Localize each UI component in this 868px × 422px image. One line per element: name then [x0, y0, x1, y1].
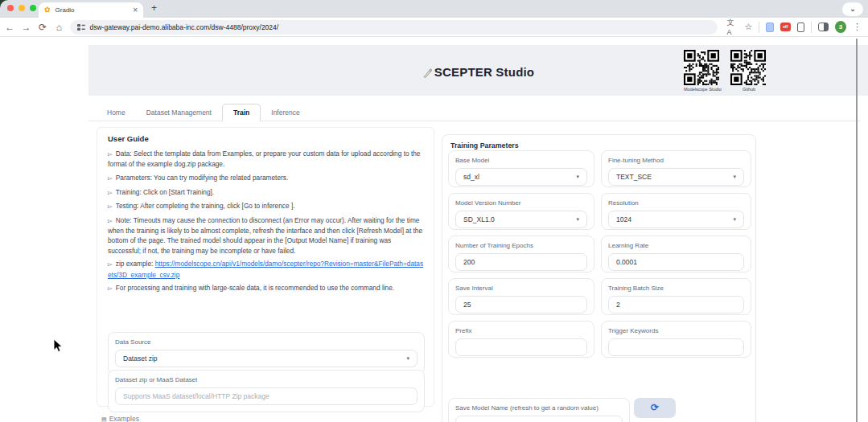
bookmark-star-icon[interactable]: ☆	[744, 22, 752, 32]
extension-off-badge-icon[interactable]: off	[780, 23, 791, 31]
url-bar[interactable]: dsw-gateway.pai-demo.alibaba-inc.com/dsw…	[70, 20, 718, 35]
browser-menu-icon[interactable]: ⋮	[853, 22, 862, 32]
data-source-group: Data Source Dataset zip ▾	[108, 332, 425, 375]
base-model-dropdown[interactable]: sd_xl▾	[455, 168, 587, 186]
examples-section-label: ▤Examples	[101, 415, 139, 422]
maximize-window-button[interactable]	[30, 5, 36, 11]
site-info-icon[interactable]	[77, 23, 85, 31]
toolbar-divider	[811, 22, 812, 33]
trigger-keywords-input[interactable]	[608, 338, 744, 356]
profile-avatar[interactable]: 3	[835, 21, 846, 33]
dataset-zip-input[interactable]	[115, 387, 418, 405]
window-controls[interactable]	[7, 5, 36, 11]
refresh-model-name-button[interactable]: ⟳	[634, 398, 676, 418]
training-epochs-input[interactable]	[455, 253, 587, 271]
guide-item: ▻Data: Select the template data from Exa…	[108, 149, 425, 169]
new-tab-button[interactable]: +	[151, 2, 157, 14]
mouse-cursor	[53, 338, 63, 353]
save-model-name-input[interactable]	[455, 416, 623, 422]
qr-modelscope-studio: Modelscope Studio	[684, 50, 721, 92]
refresh-icon: ⟳	[651, 402, 659, 413]
chevron-down-icon: ▾	[406, 355, 409, 362]
field-save-interval: Save Interval	[448, 278, 594, 315]
qr-caption: Modelscope Studio	[684, 87, 721, 92]
minimize-window-button[interactable]	[19, 5, 25, 11]
examples-icon: ▤	[101, 416, 107, 422]
training-parameters-panel: Training Parameters Base Model sd_xl▾ Fi…	[442, 134, 756, 422]
brush-icon	[422, 68, 433, 78]
app-tab-bar: Home Dataset Management Train Inference	[88, 104, 860, 121]
training-parameters-title: Training Parameters	[450, 141, 519, 150]
app-header-band: SCEPTER Studio Modelscope Studio Github	[88, 45, 868, 96]
page-scrollbar[interactable]	[856, 39, 858, 422]
field-base-model: Base Model sd_xl▾	[448, 150, 594, 187]
guide-item: ▻For processing and training with large-…	[108, 283, 425, 293]
user-guide-title: User Guide	[108, 134, 425, 143]
tab-home[interactable]: Home	[97, 104, 136, 121]
reload-icon[interactable]: ⟳	[35, 22, 51, 33]
dataset-zip-group: Dataset zip or MaaS Dataset	[108, 370, 425, 412]
field-save-model-name: Save Model Name (refresh to get a random…	[448, 398, 630, 422]
toolbar-right-icons: 文A ☆ off 3 ⋮	[727, 18, 868, 36]
side-panel-icon[interactable]	[818, 23, 829, 31]
browser-window: ✿ Gradio × + ⌄ ← → ⟳ ⌂ dsw-gateway.pai-d…	[0, 0, 868, 422]
translate-icon[interactable]: 文A	[727, 18, 738, 36]
data-source-dropdown[interactable]: Dataset zip ▾	[115, 350, 418, 367]
gradio-page: SCEPTER Studio Modelscope Studio Github …	[0, 37, 868, 422]
home-icon[interactable]: ⌂	[51, 22, 67, 33]
browser-tab-gradio[interactable]: ✿ Gradio ×	[39, 2, 143, 18]
tab-dataset-management[interactable]: Dataset Management	[136, 104, 222, 121]
tab-close-icon[interactable]: ×	[133, 6, 138, 14]
qr-github: Github	[730, 50, 767, 92]
chevron-down-icon: ▾	[733, 174, 736, 180]
back-icon[interactable]: ←	[2, 22, 18, 33]
guide-item-zip-example: ▻zip example: https://modelscope.cn/api/…	[108, 259, 425, 279]
guide-item: ▻Note: Timeouts may cause the connection…	[108, 215, 425, 256]
extension-clipboard-icon[interactable]	[797, 23, 804, 32]
training-batch-size-input[interactable]	[608, 296, 744, 313]
field-prefix: Prefix	[448, 321, 594, 358]
field-resolution: Resolution 1024▾	[601, 193, 751, 230]
guide-item: ▻Testing: After completing the training,…	[108, 201, 425, 211]
field-training-epochs: Number of Training Epochs	[448, 236, 594, 272]
extension-page-icon[interactable]	[766, 23, 773, 32]
zip-example-link[interactable]: https://modelscope.cn/api/v1/models/damo…	[108, 260, 423, 278]
left-panel: User Guide ▻Data: Select the template da…	[97, 127, 434, 407]
tab-strip: ✿ Gradio × + ⌄	[0, 0, 868, 18]
prefix-input[interactable]	[455, 338, 587, 356]
field-model-version: Model Version Number SD_XL1.0▾	[448, 193, 594, 230]
guide-item: ▻Parameters: You can try modifying the r…	[108, 173, 425, 183]
model-version-dropdown[interactable]: SD_XL1.0▾	[455, 211, 587, 228]
forward-icon[interactable]: →	[18, 22, 34, 33]
field-finetuning-method: Fine-tuning Method TEXT_SCE▾	[601, 150, 751, 187]
tab-search-chevron-icon[interactable]: ⌄	[842, 2, 863, 16]
qr-caption: Github	[730, 87, 767, 92]
learning-rate-input[interactable]	[608, 253, 744, 271]
chevron-down-icon: ▾	[576, 174, 579, 180]
tab-inference[interactable]: Inference	[261, 104, 310, 121]
browser-toolbar: ← → ⟳ ⌂ dsw-gateway.pai-demo.alibaba-inc…	[0, 18, 868, 37]
finetuning-method-dropdown[interactable]: TEXT_SCE▾	[608, 168, 744, 186]
field-trigger-keywords: Trigger Keywords	[601, 321, 751, 358]
resolution-dropdown[interactable]: 1024▾	[608, 211, 744, 228]
parameter-grid: Base Model sd_xl▾ Fine-tuning Method TEX…	[448, 150, 751, 358]
toolbar-divider	[759, 22, 759, 33]
chevron-down-icon: ▾	[733, 216, 736, 223]
tab-title: Gradio	[56, 6, 129, 14]
guide-item: ▻Training: Click on [Start Training].	[108, 187, 425, 198]
save-interval-input[interactable]	[455, 296, 587, 313]
tab-train[interactable]: Train	[222, 104, 261, 121]
field-training-batch-size: Training Batch Size	[601, 278, 751, 315]
field-learning-rate: Learning Rate	[601, 236, 751, 272]
user-guide: User Guide ▻Data: Select the template da…	[108, 134, 425, 297]
dataset-zip-label: Dataset zip or MaaS Dataset	[115, 376, 418, 383]
close-window-button[interactable]	[7, 5, 14, 11]
data-source-label: Data Source	[115, 338, 418, 346]
chevron-down-icon: ▾	[576, 216, 579, 223]
gradio-favicon-icon: ✿	[44, 6, 51, 14]
url-text[interactable]: dsw-gateway.pai-demo.alibaba-inc.com/dsw…	[90, 23, 279, 31]
